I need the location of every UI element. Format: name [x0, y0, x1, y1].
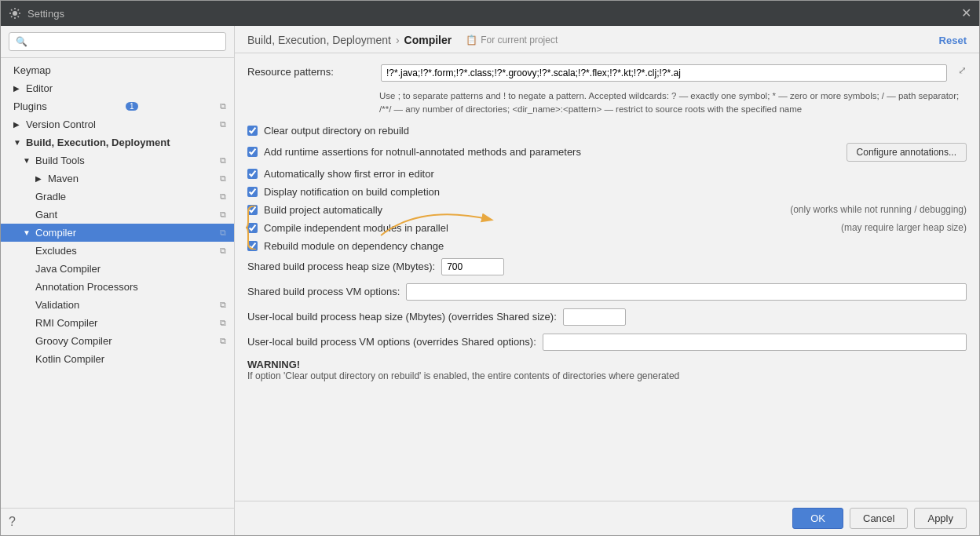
- sidebar-item-annotation-processors[interactable]: Annotation Processors: [1, 278, 234, 296]
- build-auto-label: Build project automatically: [264, 204, 382, 216]
- sidebar-item-compiler[interactable]: ▼ Compiler ⧉: [1, 224, 234, 242]
- help-button[interactable]: ?: [1, 508, 234, 535]
- compile-parallel-note: (may require larger heap size): [825, 222, 967, 233]
- dialog-footer: OK Cancel Apply: [235, 501, 979, 535]
- arrow-icon: ▼: [23, 156, 32, 165]
- configure-annotations-button[interactable]: Configure annotations...: [847, 143, 967, 162]
- sidebar-item-keymap[interactable]: Keymap: [1, 61, 234, 79]
- project-label: For current project: [481, 35, 558, 46]
- user-heap-row: User-local build process heap size (Mbyt…: [247, 308, 967, 326]
- runtime-assertions-label: Add runtime assertions for notnull-annot…: [264, 146, 581, 158]
- sidebar-item-plugins[interactable]: Plugins 1 ⧉: [1, 97, 234, 115]
- user-vm-input[interactable]: [543, 334, 967, 351]
- warning-text: If option 'Clear output directory on reb…: [247, 370, 967, 381]
- hint-text: Use ; to separate patterns and ! to nega…: [379, 89, 967, 117]
- nav-item-label: Gradle: [35, 191, 66, 202]
- sidebar-item-rmi-compiler[interactable]: RMI Compiler ⧉: [1, 314, 234, 332]
- shared-vm-input[interactable]: [406, 283, 967, 301]
- user-heap-input[interactable]: [563, 308, 626, 326]
- warning-title: WARNING!: [247, 359, 967, 370]
- nav-item-label: Validation: [35, 299, 79, 311]
- sidebar-item-build-execution[interactable]: ▼ Build, Execution, Deployment: [1, 133, 234, 151]
- titlebar-left: Settings: [9, 7, 64, 20]
- main-content: Build, Execution, Deployment › Compiler …: [235, 26, 979, 535]
- resource-patterns-row: Resource patterns: ⤢: [247, 64, 967, 82]
- cancel-button[interactable]: Cancel: [850, 508, 908, 529]
- copy-icon: ⧉: [220, 210, 226, 220]
- sidebar-item-version-control[interactable]: ▶ Version Control ⧉: [1, 115, 234, 133]
- show-first-error-checkbox[interactable]: [247, 169, 258, 179]
- nav-item-label: Kotlin Compiler: [35, 353, 104, 365]
- settings-icon: [9, 7, 21, 20]
- nav-item-label: Excludes: [35, 245, 77, 257]
- copy-icon: ⧉: [220, 173, 226, 184]
- copy-icon: ⧉: [220, 318, 226, 328]
- show-first-error-label: Automatically show first error in editor: [264, 168, 434, 180]
- sidebar-item-maven[interactable]: ▶ Maven ⧉: [1, 170, 234, 188]
- build-auto-note: (only works while not running / debuggin…: [774, 204, 967, 215]
- nav-item-label: Maven: [48, 173, 79, 184]
- search-input[interactable]: [9, 32, 226, 51]
- sidebar-item-editor[interactable]: ▶ Editor: [1, 79, 234, 97]
- nav-item-label: Keymap: [13, 64, 51, 76]
- checkbox-display-notification: Display notification on build completion: [247, 186, 967, 198]
- close-button[interactable]: ✕: [961, 7, 971, 20]
- breadcrumb: Build, Execution, Deployment › Compiler …: [247, 34, 558, 46]
- dialog-body: Keymap ▶ Editor Plugins 1 ⧉ ▶ Version Co…: [1, 26, 979, 535]
- svg-point-0: [13, 11, 17, 16]
- runtime-assertions-checkbox[interactable]: [247, 147, 258, 157]
- arrow-icon: ▶: [35, 174, 45, 183]
- checkbox-clear-output: Clear output directory on rebuild: [247, 125, 967, 137]
- sidebar-item-excludes[interactable]: Excludes ⧉: [1, 242, 234, 260]
- sidebar-item-validation[interactable]: Validation ⧉: [1, 296, 234, 314]
- expand-icon[interactable]: ⤢: [958, 64, 967, 76]
- arrow-icon: ▶: [13, 84, 23, 93]
- nav-item-label: Build, Execution, Deployment: [26, 137, 170, 148]
- resource-patterns-label: Resource patterns:: [247, 64, 373, 78]
- annotated-section: Build project automatically (only works …: [247, 204, 967, 234]
- display-notification-checkbox[interactable]: [247, 187, 258, 197]
- project-icon: 📋: [466, 35, 477, 46]
- sidebar-item-gradle[interactable]: Gradle ⧉: [1, 188, 234, 206]
- sidebar-item-gant[interactable]: Gant ⧉: [1, 206, 234, 224]
- copy-icon: ⧉: [220, 101, 226, 111]
- copy-icon: ⧉: [220, 119, 226, 129]
- copy-icon: ⧉: [220, 246, 226, 256]
- checkbox-compile-parallel: Compile independent modules in parallel …: [247, 222, 967, 234]
- sidebar-item-kotlin-compiler[interactable]: Kotlin Compiler: [1, 350, 234, 368]
- nav-item-label: Groovy Compiler: [35, 335, 112, 347]
- sidebar-item-build-tools[interactable]: ▼ Build Tools ⧉: [1, 151, 234, 170]
- nav-item-label: Java Compiler: [35, 263, 101, 275]
- shared-heap-row: Shared build process heap size (Mbytes):: [247, 258, 967, 275]
- nav-item-label: Editor: [26, 82, 53, 94]
- search-box: [1, 26, 234, 58]
- user-vm-row: User-local build process VM options (ove…: [247, 334, 967, 351]
- sidebar-item-groovy-compiler[interactable]: Groovy Compiler ⧉: [1, 332, 234, 350]
- nav-item-label: Annotation Processors: [35, 281, 138, 293]
- copy-icon: ⧉: [220, 336, 226, 346]
- arrow-icon: ▼: [23, 228, 32, 237]
- nav-item-label: Plugins: [13, 100, 47, 112]
- clear-output-label: Clear output directory on rebuild: [264, 125, 409, 137]
- plugin-badge: 1: [126, 102, 138, 111]
- checkbox-rebuild-dependency: Rebuild module on dependency change: [247, 240, 967, 252]
- sidebar: Keymap ▶ Editor Plugins 1 ⧉ ▶ Version Co…: [1, 26, 235, 535]
- project-badge: 📋 For current project: [466, 35, 558, 46]
- resource-patterns-input[interactable]: [381, 64, 947, 82]
- apply-button[interactable]: Apply: [914, 508, 967, 529]
- reset-button[interactable]: Reset: [939, 35, 967, 46]
- breadcrumb-parent: Build, Execution, Deployment: [247, 34, 391, 46]
- orange-arrow: [373, 196, 530, 243]
- sidebar-item-java-compiler[interactable]: Java Compiler: [1, 260, 234, 278]
- nav-item-label: Compiler: [35, 227, 76, 239]
- clear-output-checkbox[interactable]: [247, 126, 258, 136]
- checkbox-runtime-assertions: Add runtime assertions for notnull-annot…: [247, 143, 967, 162]
- nav-item-label: Version Control: [26, 119, 96, 130]
- copy-icon: ⧉: [220, 228, 226, 238]
- nav-item-label: RMI Compiler: [35, 317, 97, 329]
- checkbox-show-first-error: Automatically show first error in editor: [247, 168, 967, 180]
- ok-button[interactable]: OK: [792, 508, 843, 529]
- breadcrumb-current: Compiler: [404, 34, 452, 46]
- shared-heap-input[interactable]: [441, 258, 504, 275]
- shared-vm-row: Shared build process VM options:: [247, 283, 967, 301]
